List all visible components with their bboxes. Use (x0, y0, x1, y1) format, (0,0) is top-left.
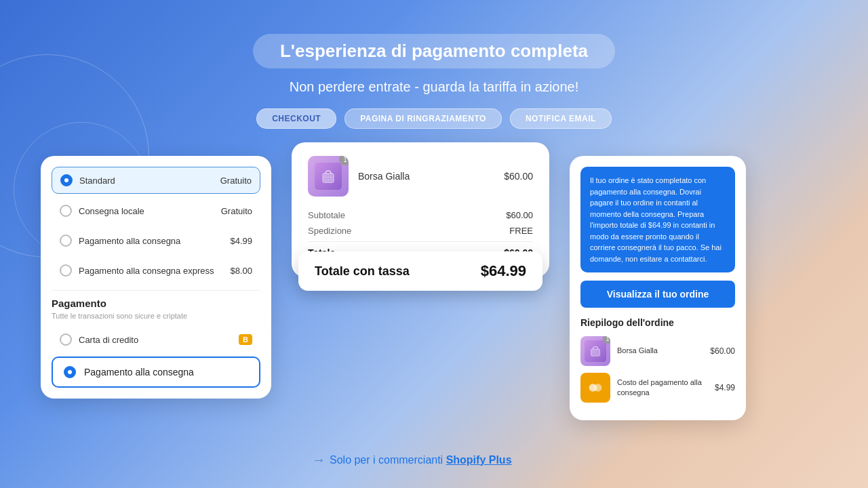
center-product-row: 1 (308, 156, 533, 197)
shopify-plus-prefix: Solo per i commercianti (330, 454, 443, 466)
view-order-button[interactable]: Visualizza il tuo ordine (580, 281, 735, 308)
tabs-row: CHECKOUT PAGINA DI RINGRAZIAMENTO NOTIFI… (256, 108, 612, 129)
shopify-plus-text: Solo per i commercianti Shopify Plus (330, 454, 512, 466)
right-item-cod-info: Costo del pagamento alla consegna (617, 378, 708, 399)
shopify-plus-brand: Shopify Plus (446, 454, 512, 466)
right-summary-title: Riepilogo dell'ordine (580, 317, 735, 328)
center-shipping-value: FREE (509, 226, 533, 236)
shipping-cod-price: $4.99 (230, 236, 252, 246)
cod-label: Pagamento alla consegna (84, 367, 194, 378)
shipping-standard-left: Standard (60, 174, 115, 186)
svg-point-11 (594, 384, 602, 392)
page-wrapper: L'esperienza di pagamento completa Non p… (0, 0, 868, 488)
shipping-standard[interactable]: Standard Gratuito (52, 167, 260, 194)
bag-icon (315, 163, 342, 190)
shipping-standard-label: Standard (79, 176, 115, 186)
tax-total-amount: $64.99 (481, 262, 526, 280)
shipping-standard-price: Gratuito (220, 176, 252, 186)
right-item-bag-badge: 1 (603, 336, 610, 344)
divider-1 (52, 290, 260, 291)
right-item-cod-thumb (580, 373, 610, 403)
headline: L'esperienza di pagamento completa (253, 34, 615, 68)
center-subtotal-label: Subtotale (308, 210, 345, 220)
right-item-bag-price: $60.00 (710, 346, 735, 356)
payment-subtitle: Tutte le transazioni sono sicure e cript… (52, 312, 260, 320)
credit-card-badge: B (239, 334, 252, 345)
tab-checkout[interactable]: CHECKOUT (256, 108, 336, 129)
payment-credit-card-label: Carta di credito (79, 335, 138, 345)
shipping-cod-express[interactable]: Pagamento alla consegna express $8.00 (52, 258, 260, 283)
shipping-local-label: Consegna locale (79, 206, 144, 216)
center-product-price: $60.00 (504, 171, 533, 182)
radio-local (60, 205, 72, 217)
right-item-bag: 1 Borsa Gialla (580, 336, 735, 366)
shipping-cod-label: Pagamento alla consegna (79, 236, 180, 246)
payment-cod-option[interactable]: Pagamento alla consegna (52, 357, 260, 388)
radio-cod (60, 235, 72, 247)
shipping-cod[interactable]: Pagamento alla consegna $4.99 (52, 228, 260, 253)
left-card: Standard Gratuito Consegna locale Gratui… (41, 156, 271, 399)
shipping-cod-left: Pagamento alla consegna (60, 235, 180, 247)
tab-notifica[interactable]: NOTIFICA EMAIL (510, 108, 612, 129)
right-cod-icon (585, 377, 606, 399)
shipping-cod-express-price: $8.00 (230, 266, 252, 276)
right-item-bag-info: Borsa Gialla (617, 346, 703, 356)
subtitle: Non perdere entrate - guarda la tariffa … (290, 79, 579, 95)
arrow-icon: → (312, 452, 326, 468)
shipping-local-left: Consegna locale (60, 205, 144, 217)
radio-cod-payment (64, 366, 76, 378)
payment-title: Pagamento (52, 298, 260, 309)
content-area: Standard Gratuito Consegna locale Gratui… (0, 149, 868, 420)
shopify-plus-area: → Solo per i commercianti Shopify Plus (312, 452, 512, 468)
tab-pagina[interactable]: PAGINA DI RINGRAZIAMENTO (344, 108, 502, 129)
right-item-bag-name: Borsa Gialla (617, 346, 703, 356)
center-subtotal-row: Subtotale $60.00 (308, 210, 533, 220)
center-product-name: Borsa Gialla (358, 171, 494, 182)
shipping-cod-express-left: Pagamento alla consegna express (60, 264, 214, 277)
center-shipping-label: Spedizione (308, 226, 351, 236)
payment-credit-card[interactable]: Carta di credito B (52, 328, 260, 351)
radio-credit-card (60, 333, 72, 346)
info-box: Il tuo ordine è stato completato con pag… (580, 167, 735, 272)
center-subtotal-value: $60.00 (506, 210, 533, 220)
right-item-cod-price: $4.99 (715, 383, 735, 392)
tax-total-box: Totale con tassa $64.99 (298, 251, 542, 291)
center-card-wrapper: 1 (271, 149, 570, 277)
right-item-cod-name: Costo del pagamento alla consegna (617, 378, 708, 399)
payment-credit-card-left: Carta di credito (60, 333, 138, 346)
right-item-bag-thumb: 1 (580, 336, 610, 366)
radio-cod-express (60, 264, 72, 277)
shipping-local[interactable]: Consegna locale Gratuito (52, 198, 260, 224)
shipping-cod-express-label: Pagamento alla consegna express (79, 266, 214, 276)
svg-rect-8 (591, 349, 599, 356)
right-card: Il tuo ordine è stato completato con pag… (570, 156, 746, 420)
radio-standard (60, 174, 73, 186)
tax-total-label: Totale con tassa (315, 264, 410, 279)
right-item-cod: Costo del pagamento alla consegna $4.99 (580, 373, 735, 403)
center-shipping-row: Spedizione FREE (308, 226, 533, 236)
center-product-thumb: 1 (308, 156, 349, 197)
shipping-local-price: Gratuito (221, 206, 252, 216)
right-bag-icon (585, 340, 606, 362)
